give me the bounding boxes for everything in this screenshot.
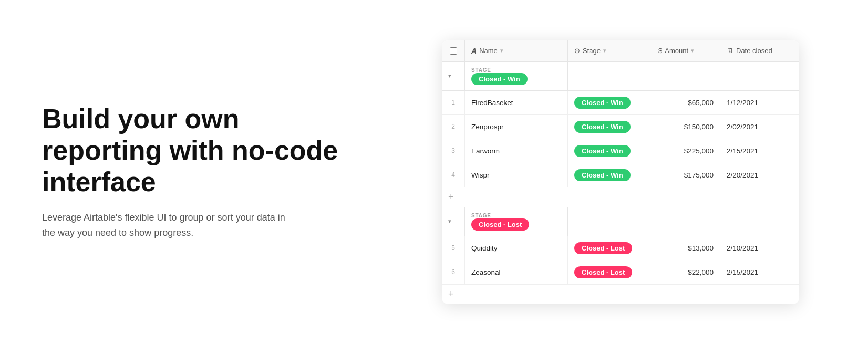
stage-sort-icon[interactable]: ▾ xyxy=(603,47,606,54)
row-name-3: Earworm xyxy=(465,139,568,163)
th-amount[interactable]: $ Amount ▾ xyxy=(652,40,720,61)
group-chevron-win[interactable]: ▾ xyxy=(442,62,465,90)
table-row: 6 Zeasonal Closed - Lost $22,000 2/15/20… xyxy=(442,260,799,285)
group-lost-empty-2 xyxy=(652,207,720,236)
left-panel: Build your own reporting with no-code in… xyxy=(0,72,394,272)
row-stage-6: Closed - Lost xyxy=(568,260,652,284)
stage-badge-row-1: Closed - Win xyxy=(574,97,631,109)
table-row: 1 FiredBaseket Closed - Win $65,000 1/12… xyxy=(442,91,799,115)
group-empty-3 xyxy=(720,62,799,90)
group-lost-empty-3 xyxy=(720,207,799,236)
table-row: 5 Quiddity Closed - Lost $13,000 2/10/20… xyxy=(442,236,799,260)
th-name[interactable]: A Name ▾ xyxy=(465,40,568,61)
right-panel: A Name ▾ ⊙ Stage ▾ $ Amount ▾ 🗓 Date clo… xyxy=(394,30,868,315)
stage-icon: ⊙ xyxy=(574,47,580,55)
group-header-lost: ▾ STAGE Closed - Lost xyxy=(442,207,799,236)
row-date-2: 2/02/2021 xyxy=(720,115,799,139)
row-num-4: 4 xyxy=(442,163,465,187)
th-stage[interactable]: ⊙ Stage ▾ xyxy=(568,40,652,61)
group-chevron-lost[interactable]: ▾ xyxy=(442,207,465,236)
row-num-3: 3 xyxy=(442,139,465,163)
th-stage-label: Stage xyxy=(583,47,601,55)
subtext: Leverage Airtable's flexible UI to group… xyxy=(42,210,294,241)
row-amount-1: $65,000 xyxy=(652,91,720,114)
row-stage-5: Closed - Lost xyxy=(568,236,652,260)
group-badge-cell-win: STAGE Closed - Win xyxy=(465,62,568,90)
select-all-checkbox[interactable] xyxy=(450,47,457,55)
name-sort-icon[interactable]: ▾ xyxy=(500,47,503,54)
row-amount-6: $22,000 xyxy=(652,260,720,284)
row-stage-1: Closed - Win xyxy=(568,91,652,114)
chevron-down-icon-lost[interactable]: ▾ xyxy=(448,218,451,225)
name-icon: A xyxy=(471,47,477,55)
row-num-6: 6 xyxy=(442,260,465,284)
table-header: A Name ▾ ⊙ Stage ▾ $ Amount ▾ 🗓 Date clo… xyxy=(442,40,799,62)
row-name-4: Wispr xyxy=(465,163,568,187)
amount-sort-icon[interactable]: ▾ xyxy=(691,47,694,54)
row-stage-3: Closed - Win xyxy=(568,139,652,163)
row-num-1: 1 xyxy=(442,91,465,114)
row-num-2: 2 xyxy=(442,115,465,139)
date-icon: 🗓 xyxy=(727,47,733,55)
stage-badge-row-3: Closed - Win xyxy=(574,145,631,157)
group-closed-win: ▾ STAGE Closed - Win 1 FiredBaseket Clos… xyxy=(442,62,799,207)
group-closed-lost: ▾ STAGE Closed - Lost 5 Quiddity Closed … xyxy=(442,207,799,304)
group-empty-1 xyxy=(568,62,652,90)
chevron-down-icon[interactable]: ▾ xyxy=(448,72,451,79)
row-num-5: 5 xyxy=(442,236,465,260)
add-row-win[interactable]: + xyxy=(442,187,799,207)
stage-badge-row-2: Closed - Win xyxy=(574,121,631,133)
add-row-lost[interactable]: + xyxy=(442,285,799,304)
group-empty-2 xyxy=(652,62,720,90)
row-date-5: 2/10/2021 xyxy=(720,236,799,260)
row-name-6: Zeasonal xyxy=(465,260,568,284)
group-stage-label-win: STAGE xyxy=(471,67,528,73)
row-name-2: Zenprospr xyxy=(465,115,568,139)
stage-badge-row-5: Closed - Lost xyxy=(574,242,632,254)
row-date-4: 2/20/2021 xyxy=(720,163,799,187)
group-header-win: ▾ STAGE Closed - Win xyxy=(442,62,799,91)
table-row: 2 Zenprospr Closed - Win $150,000 2/02/2… xyxy=(442,115,799,139)
row-date-1: 1/12/2021 xyxy=(720,91,799,114)
row-amount-3: $225,000 xyxy=(652,139,720,163)
row-name-5: Quiddity xyxy=(465,236,568,260)
table-row: 4 Wispr Closed - Win $175,000 2/20/2021 xyxy=(442,163,799,187)
th-date-label: Date closed xyxy=(736,47,772,55)
row-date-6: 2/15/2021 xyxy=(720,260,799,284)
group-stage-label-lost: STAGE xyxy=(471,213,529,218)
th-checkbox[interactable] xyxy=(442,40,465,61)
row-date-3: 2/15/2021 xyxy=(720,139,799,163)
row-amount-2: $150,000 xyxy=(652,115,720,139)
row-stage-4: Closed - Win xyxy=(568,163,652,187)
group-lost-empty-1 xyxy=(568,207,652,236)
th-amount-label: Amount xyxy=(665,47,688,55)
table-container: A Name ▾ ⊙ Stage ▾ $ Amount ▾ 🗓 Date clo… xyxy=(442,40,799,304)
row-amount-4: $175,000 xyxy=(652,163,720,187)
stage-badge-row-6: Closed - Lost xyxy=(574,266,632,278)
th-name-label: Name xyxy=(479,47,498,55)
headline: Build your own reporting with no-code in… xyxy=(42,103,352,197)
row-stage-2: Closed - Win xyxy=(568,115,652,139)
group-badge-cell-lost: STAGE Closed - Lost xyxy=(465,207,568,236)
group-badge-lost: Closed - Lost xyxy=(471,218,529,231)
row-amount-5: $13,000 xyxy=(652,236,720,260)
amount-icon: $ xyxy=(658,47,662,55)
stage-badge-row-4: Closed - Win xyxy=(574,169,631,181)
group-badge-win: Closed - Win xyxy=(471,73,528,85)
table-row: 3 Earworm Closed - Win $225,000 2/15/202… xyxy=(442,139,799,163)
th-date-closed[interactable]: 🗓 Date closed xyxy=(720,40,799,61)
row-name-1: FiredBaseket xyxy=(465,91,568,114)
